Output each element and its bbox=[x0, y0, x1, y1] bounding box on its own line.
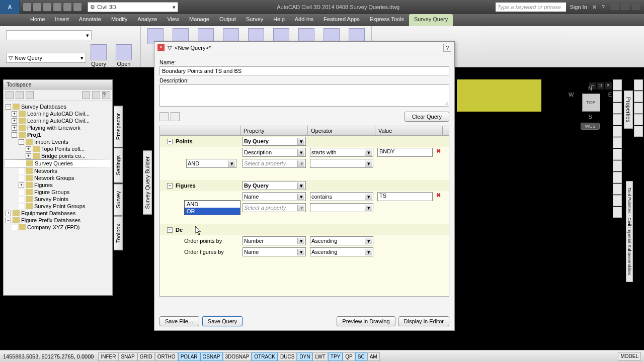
points-property-dropdown-2[interactable]: Select a property▾ bbox=[243, 159, 306, 168]
tab-manage[interactable]: Manage bbox=[184, 14, 214, 26]
rtool-icon[interactable] bbox=[613, 195, 622, 206]
tab-annotate[interactable]: Annotate bbox=[74, 14, 106, 26]
status-toggle-snap[interactable]: SNAP bbox=[118, 352, 137, 361]
tree-item[interactable]: Topo Points coll... bbox=[41, 146, 85, 152]
qat-undo-icon[interactable] bbox=[53, 3, 61, 11]
figures-property-dropdown-2[interactable]: Select a property▾ bbox=[243, 203, 306, 212]
points-conjunction-dropdown[interactable]: AND▾ bbox=[186, 159, 236, 168]
tab-settings[interactable]: Settings bbox=[114, 148, 123, 183]
rtool-icon[interactable] bbox=[613, 91, 622, 102]
survey-tree[interactable]: −Survey Databases +Learning AutoCAD Civi… bbox=[4, 101, 112, 233]
tree-item[interactable]: Bridge points co... bbox=[41, 153, 86, 159]
rtool-icon[interactable] bbox=[613, 126, 622, 137]
quick-access-toolbar[interactable] bbox=[20, 3, 85, 11]
qat-new-icon[interactable] bbox=[23, 3, 31, 11]
figures-value-input[interactable]: TS bbox=[377, 192, 433, 201]
tree-item[interactable]: Figure Groups bbox=[34, 189, 69, 195]
rtool-icon[interactable] bbox=[613, 137, 622, 148]
tree-item-survey-queries[interactable]: Survey Queries bbox=[35, 160, 73, 166]
order-points-property-dropdown[interactable]: Number▾ bbox=[243, 236, 306, 245]
rtool-icon[interactable] bbox=[613, 79, 622, 90]
nav-south[interactable]: S bbox=[569, 114, 612, 120]
remove-row-button[interactable] bbox=[171, 112, 180, 121]
collapse-icon[interactable]: − bbox=[167, 227, 173, 233]
save-query-button[interactable]: Save Query bbox=[202, 316, 243, 326]
ts-tool-4[interactable] bbox=[82, 91, 90, 99]
wcs-button[interactable]: WCS bbox=[581, 123, 600, 130]
tree-item[interactable]: Survey Points bbox=[34, 196, 68, 202]
save-file-button[interactable]: Save File… bbox=[159, 316, 199, 326]
status-toggle-ducs[interactable]: DUCS bbox=[278, 352, 297, 361]
points-property-dropdown[interactable]: Description▾ bbox=[243, 148, 306, 157]
option-or[interactable]: OR bbox=[185, 208, 240, 215]
tree-item[interactable]: Survey Point Groups bbox=[34, 203, 86, 209]
tool-palettes-tab[interactable]: Tool Palettes - Civil Imperial Subassemb… bbox=[626, 181, 633, 282]
tab-toolbox[interactable]: Toolbox bbox=[114, 216, 123, 250]
tree-item[interactable]: Figure Prefix Databases bbox=[21, 217, 80, 223]
nav-top[interactable]: TOP bbox=[582, 94, 600, 112]
points-value-input[interactable]: BNDY bbox=[377, 148, 433, 157]
tree-item-proj1[interactable]: Proj1 bbox=[27, 132, 41, 138]
figures-operator-dropdown-2[interactable]: ▾ bbox=[310, 203, 373, 212]
add-row-button[interactable] bbox=[159, 112, 169, 121]
close-button[interactable] bbox=[632, 3, 640, 10]
clear-query-button[interactable]: Clear Query bbox=[405, 112, 449, 122]
collapse-icon[interactable]: − bbox=[167, 183, 173, 189]
rtool-icon[interactable] bbox=[613, 114, 622, 125]
tab-analyze[interactable]: Analyze bbox=[132, 14, 162, 26]
qat-save-icon[interactable] bbox=[43, 3, 51, 11]
ts-tool-2[interactable] bbox=[16, 91, 24, 99]
nav-west[interactable]: W bbox=[569, 92, 574, 114]
model-button[interactable]: MODEL bbox=[618, 352, 641, 360]
ts-help-icon[interactable]: ? bbox=[102, 91, 110, 99]
rtool-icon[interactable] bbox=[613, 149, 622, 160]
tab-survey-query[interactable]: Survey Query bbox=[409, 14, 453, 26]
tree-item[interactable]: Playing with Linework bbox=[27, 125, 80, 131]
preview-button[interactable]: Preview in Drawing bbox=[337, 316, 395, 326]
tree-root[interactable]: Survey Databases bbox=[21, 104, 66, 110]
status-toggle-grid[interactable]: GRID bbox=[137, 352, 155, 361]
delete-row-icon[interactable]: ✖ bbox=[436, 148, 441, 154]
tab-featured-apps[interactable]: Featured Apps bbox=[318, 14, 365, 26]
status-toggle-otrack[interactable]: OTRACK bbox=[252, 352, 278, 361]
new-query-dropdown[interactable]: ▽ New Query ▾ bbox=[6, 53, 86, 63]
app-logo[interactable]: A bbox=[0, 0, 20, 14]
tree-item[interactable]: Networks bbox=[34, 168, 57, 174]
tree-item[interactable]: Import Events bbox=[34, 139, 68, 145]
help-icon[interactable]: ? bbox=[602, 4, 605, 10]
rtool-icon[interactable] bbox=[613, 103, 622, 114]
option-and[interactable]: AND bbox=[185, 201, 240, 208]
figures-property-dropdown[interactable]: Name▾ bbox=[243, 192, 306, 201]
ts-tool-5[interactable] bbox=[92, 91, 100, 99]
tree-item[interactable]: Equipment Databases bbox=[21, 210, 75, 216]
tab-modify[interactable]: Modify bbox=[106, 14, 132, 26]
tree-item[interactable]: Figures bbox=[34, 182, 53, 188]
tab-express-tools[interactable]: Express Tools bbox=[365, 14, 409, 26]
collapse-icon[interactable]: − bbox=[167, 139, 173, 144]
rtool2-icon[interactable] bbox=[634, 79, 643, 90]
status-toggle-qp[interactable]: QP bbox=[343, 352, 355, 361]
rtool-icon[interactable] bbox=[613, 184, 622, 195]
sign-in-link[interactable]: Sign In bbox=[570, 4, 587, 10]
qat-open-icon[interactable] bbox=[33, 3, 41, 11]
status-toggle-ortho[interactable]: ORTHO bbox=[155, 352, 178, 361]
tree-item[interactable]: Company-XYZ (FPD) bbox=[27, 224, 80, 230]
qat-print-icon[interactable] bbox=[73, 3, 82, 11]
tab-addins[interactable]: Add-ins bbox=[290, 14, 318, 26]
status-toggle-polar[interactable]: POLAR bbox=[178, 352, 200, 361]
tab-prospector[interactable]: Prospector bbox=[114, 106, 123, 147]
status-toggle-sc[interactable]: SC bbox=[355, 352, 367, 361]
tab-insert[interactable]: Insert bbox=[50, 14, 74, 26]
display-editor-button[interactable]: Display in Editor bbox=[398, 316, 449, 326]
status-toggle-lwt[interactable]: LWT bbox=[312, 352, 328, 361]
panel-close-button[interactable]: × bbox=[157, 44, 165, 51]
status-toggle-osnap[interactable]: OSNAP bbox=[200, 352, 223, 361]
rtool-icon[interactable] bbox=[613, 160, 622, 171]
rtool2-icon[interactable] bbox=[634, 126, 643, 137]
order-figures-property-dropdown[interactable]: Name▾ bbox=[243, 247, 306, 256]
delete-row-icon[interactable]: ✖ bbox=[436, 192, 441, 199]
status-toggle-3dosnap[interactable]: 3DOSNAP bbox=[223, 352, 252, 361]
status-toggle-am[interactable]: AM bbox=[367, 352, 380, 361]
tree-item[interactable]: Learning AutoCAD Civil... bbox=[27, 111, 90, 117]
figures-operator-dropdown[interactable]: contains▾ bbox=[310, 192, 373, 201]
